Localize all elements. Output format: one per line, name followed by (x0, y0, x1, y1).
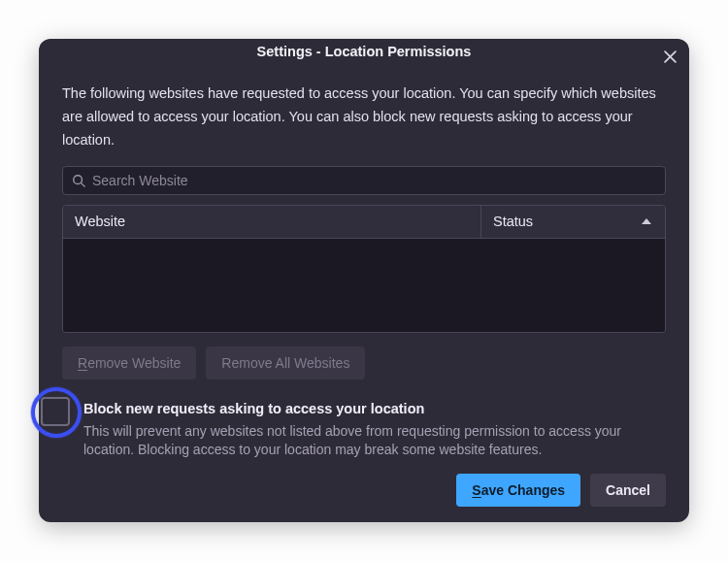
close-icon (664, 50, 677, 63)
save-accelerator: S (472, 482, 480, 498)
block-new-requests-label: Block new requests asking to access your… (83, 401, 666, 416)
settings-dialog: Settings - Location Permissions The foll… (39, 39, 689, 522)
remove-all-websites-button[interactable]: Remove All Websites (206, 346, 365, 380)
column-header-status[interactable]: Status (480, 206, 665, 238)
column-header-website-label: Website (75, 214, 125, 229)
table-header-row: Website Status (63, 206, 665, 239)
column-header-status-label: Status (493, 214, 533, 229)
search-wrap (62, 166, 666, 195)
table-body-empty (63, 239, 665, 332)
search-icon (72, 174, 85, 187)
block-new-requests-checkbox[interactable] (41, 397, 70, 426)
remove-website-accelerator: R (78, 355, 87, 371)
dialog-body: The following websites have requested to… (39, 63, 689, 522)
dialog-title: Settings - Location Permissions (257, 44, 472, 59)
block-new-requests-description: This will prevent any websites not liste… (83, 422, 666, 460)
remove-website-label-rest: emove Website (87, 355, 181, 371)
website-table: Website Status (62, 205, 666, 333)
save-changes-button[interactable]: Save Changes (456, 474, 580, 507)
column-header-website[interactable]: Website (63, 206, 480, 238)
cancel-button[interactable]: Cancel (590, 474, 666, 507)
block-new-requests-section: Block new requests asking to access your… (62, 401, 666, 460)
block-texts: Block new requests asking to access your… (83, 401, 666, 460)
remove-all-websites-label: Remove All Websites (221, 355, 349, 371)
dialog-description: The following websites have requested to… (62, 82, 666, 152)
search-input[interactable] (62, 166, 666, 195)
svg-line-1 (82, 182, 85, 186)
dialog-titlebar: Settings - Location Permissions (39, 39, 689, 63)
remove-button-row: Remove Website Remove All Websites (62, 346, 666, 380)
sort-ascending-icon (642, 218, 651, 224)
save-label-rest: ave Changes (481, 482, 565, 498)
dialog-footer: Save Changes Cancel (62, 474, 666, 507)
cancel-label: Cancel (606, 482, 650, 498)
remove-website-button[interactable]: Remove Website (62, 346, 196, 380)
